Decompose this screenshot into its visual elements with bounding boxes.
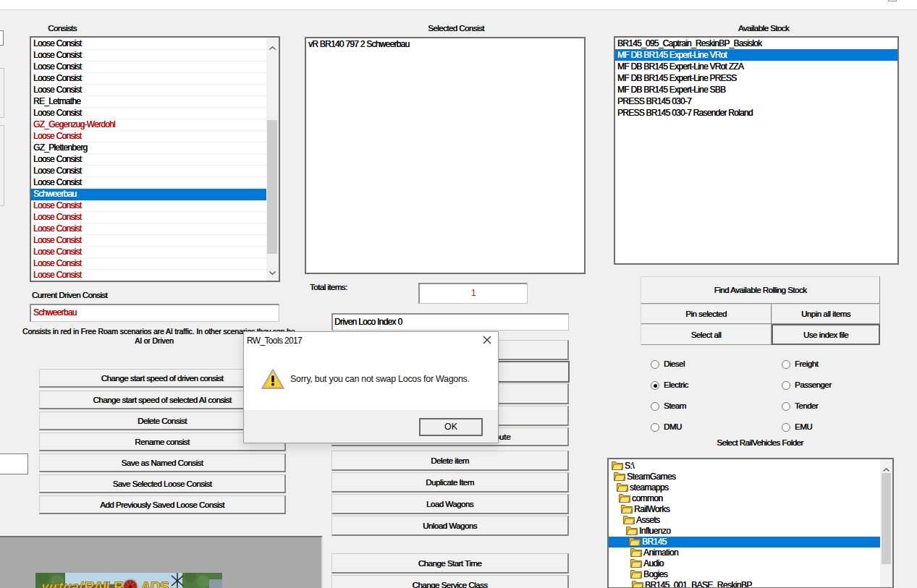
svg-text:ADS: ADS: [140, 579, 170, 588]
svg-text:RAILR: RAILR: [83, 579, 125, 588]
svg-text:virtual: virtual: [41, 579, 85, 588]
